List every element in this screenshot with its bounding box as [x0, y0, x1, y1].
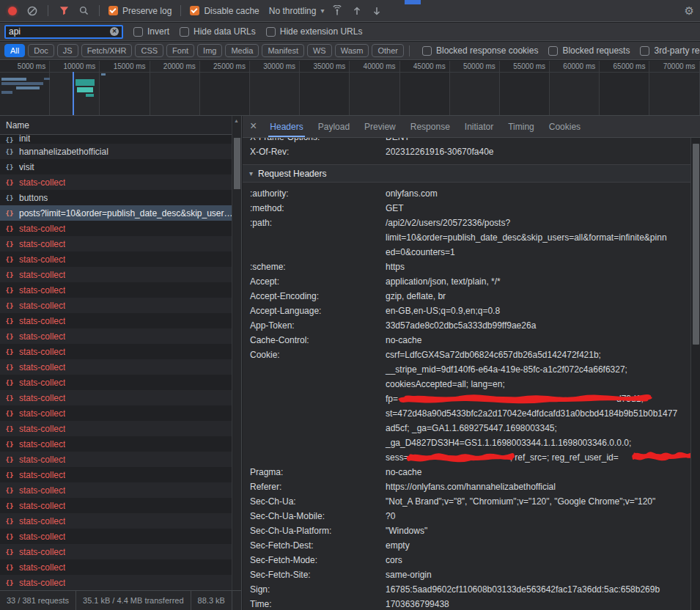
type-filter-chip[interactable]: All	[4, 44, 25, 57]
import-har-button[interactable]	[350, 4, 364, 18]
request-row[interactable]: {} stats-collect	[0, 344, 241, 359]
type-filter-chip[interactable]: Img	[197, 44, 222, 57]
checkbox-checked-icon[interactable]	[190, 6, 199, 15]
request-row[interactable]: {} stats-collect	[0, 298, 241, 313]
request-filter-toggle[interactable]: 3rd-party requests	[640, 45, 700, 56]
request-row[interactable]: {} stats-collect	[0, 251, 241, 267]
clear-filter-icon[interactable]: ✕	[110, 27, 119, 36]
checkbox-icon[interactable]	[640, 46, 649, 56]
type-filter-chip[interactable]: JS	[57, 44, 78, 57]
type-filter-chip[interactable]: CSS	[135, 44, 163, 57]
clear-log-button[interactable]	[26, 4, 39, 18]
details-tab[interactable]: Headers	[262, 116, 310, 137]
details-tab[interactable]: Cookies	[542, 116, 588, 137]
type-filter-label: Media	[231, 46, 253, 55]
disclosure-triangle-icon[interactable]: ▾	[249, 169, 253, 177]
request-row[interactable]: {} stats-collect	[0, 421, 241, 436]
request-row[interactable]: {} visit	[0, 159, 241, 174]
network-conditions-button[interactable]	[331, 4, 344, 18]
value-line: ed=0&counters=1	[386, 245, 685, 260]
request-row[interactable]: {} stats-collect	[0, 221, 241, 236]
checkbox-icon[interactable]	[180, 27, 189, 37]
scrollbar-thumb[interactable]	[693, 144, 699, 345]
request-filter-toggle[interactable]: Blocked response cookies	[422, 45, 538, 56]
type-filter-chip[interactable]: WS	[307, 44, 332, 57]
fetch-xhr-icon: {}	[4, 456, 15, 463]
hide-extension-urls-toggle[interactable]: Hide extension URLs	[266, 26, 363, 37]
request-headers-section-header[interactable]: ▾ Request Headers	[243, 165, 700, 183]
request-row[interactable]: {} stats-collect	[0, 452, 241, 467]
request-row[interactable]: {} stats-collect	[0, 575, 241, 590]
filter-search-box[interactable]: ✕	[4, 25, 123, 39]
request-filter-toggle[interactable]: Blocked requests	[548, 45, 630, 56]
name-column-header[interactable]: Name	[0, 116, 241, 135]
checkbox-icon[interactable]	[548, 46, 558, 56]
settings-gear-icon[interactable]: ⚙	[685, 4, 694, 18]
details-tab[interactable]: Preview	[357, 116, 403, 137]
fetch-xhr-icon: {}	[4, 425, 15, 433]
request-row[interactable]: {} buttons	[0, 190, 241, 205]
search-button[interactable]	[77, 4, 90, 18]
details-tab[interactable]: Initiator	[457, 116, 501, 137]
type-filter-chip[interactable]: Other	[372, 44, 404, 57]
close-icon[interactable]: ×	[247, 120, 262, 134]
request-row[interactable]: {} stats-collect	[0, 390, 241, 405]
request-name: stats-collect	[19, 516, 65, 526]
fetch-xhr-icon: {}	[4, 410, 15, 417]
type-filter-chip[interactable]: Doc	[28, 44, 54, 57]
request-row[interactable]: {} stats-collect	[0, 267, 241, 282]
network-overview-timeline[interactable]: 5000 ms 10000 ms 15000 ms 20000 ms 25000…	[0, 61, 700, 116]
throttling-dropdown[interactable]: No throttling ▾	[269, 6, 325, 16]
request-list-scrollbar[interactable]: ▲	[232, 116, 241, 590]
request-row[interactable]: {} stats-collect	[0, 482, 241, 498]
fetch-xhr-icon: {}	[4, 394, 15, 402]
preserve-log-toggle[interactable]: Preserve log	[108, 6, 172, 16]
details-tab[interactable]: Payload	[311, 116, 357, 137]
header-name: Accept-Language:	[243, 304, 386, 318]
request-row[interactable]: {} stats-collect	[0, 375, 241, 390]
type-filter-chip[interactable]: Manifest	[262, 44, 304, 57]
request-row[interactable]: {} stats-collect	[0, 174, 241, 190]
request-row[interactable]: {} stats-collect	[0, 328, 241, 344]
request-row[interactable]: {} stats-collect	[0, 498, 241, 513]
export-har-button[interactable]	[370, 4, 383, 18]
type-filter-chip[interactable]: Wasm	[335, 44, 369, 57]
disable-cache-toggle[interactable]: Disable cache	[190, 6, 259, 16]
request-row[interactable]: {} stats-collect	[0, 282, 241, 298]
request-row[interactable]: {} stats-collect	[0, 359, 241, 375]
request-row[interactable]: {} stats-collect	[0, 313, 241, 328]
type-filter-chip[interactable]: Fetch/XHR	[81, 44, 133, 57]
header-name: :authority:	[243, 186, 386, 201]
request-row[interactable]: {} stats-collect	[0, 559, 241, 575]
invert-toggle[interactable]: Invert	[133, 26, 169, 37]
checkbox-icon[interactable]	[133, 27, 143, 37]
filter-search-input[interactable]	[9, 26, 107, 37]
request-row[interactable]: {} stats-collect	[0, 405, 241, 421]
timeline-time-label: 25000 ms	[213, 62, 246, 70]
record-button[interactable]	[6, 4, 19, 18]
request-row[interactable]: {} stats-collect	[0, 513, 241, 529]
details-tab[interactable]: Timing	[501, 116, 542, 137]
request-row[interactable]: {} stats-collect	[0, 236, 241, 251]
scroll-up-arrow-icon[interactable]: ▲	[234, 118, 239, 123]
header-row-x-of-rev: X-Of-Rev: 202312261916-30670fa40e	[243, 144, 700, 159]
hide-data-urls-toggle[interactable]: Hide data URLs	[180, 26, 256, 37]
request-row[interactable]: {} init	[0, 135, 241, 144]
header-name: :method:	[243, 201, 386, 216]
request-row[interactable]: {} posts?limit=10&order=publish_date_des…	[0, 205, 241, 221]
request-row[interactable]: {} stats-collect	[0, 467, 241, 482]
request-row[interactable]: {} stats-collect	[0, 529, 241, 544]
type-filter-chip[interactable]: Font	[166, 44, 194, 57]
checkbox-checked-icon[interactable]	[108, 6, 118, 15]
request-row[interactable]: {} stats-collect	[0, 544, 241, 559]
type-filter-chip[interactable]: Media	[225, 44, 259, 57]
filter-button[interactable]	[57, 4, 70, 18]
details-tab[interactable]: Response	[403, 116, 457, 137]
details-scrollbar[interactable]	[690, 138, 700, 610]
checkbox-icon[interactable]	[266, 27, 276, 37]
request-row[interactable]: {} stats-collect	[0, 436, 241, 452]
checkbox-icon[interactable]	[422, 46, 432, 56]
request-row[interactable]: {} hannahelizabethofficial	[0, 144, 241, 159]
fetch-xhr-icon: {}	[4, 548, 15, 556]
scrollbar-thumb[interactable]	[234, 138, 240, 189]
